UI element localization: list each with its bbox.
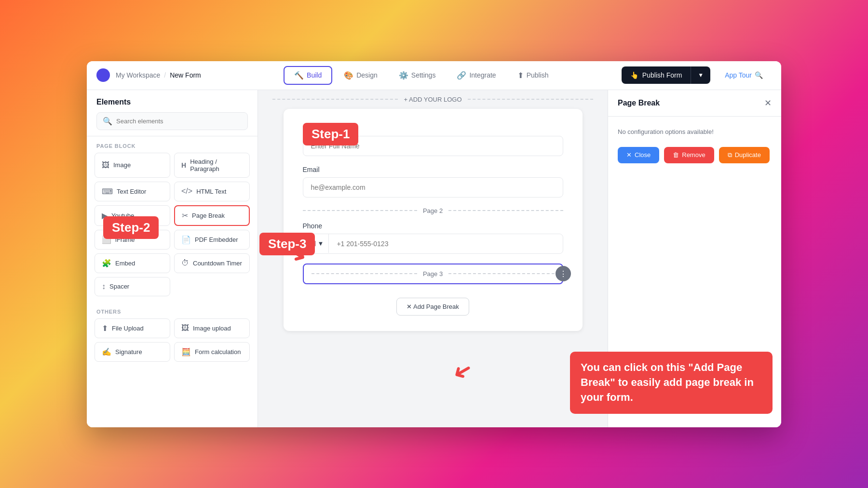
search-icon: 🔍 xyxy=(103,117,112,126)
element-page-break[interactable]: ✂ Page Break xyxy=(174,205,250,226)
file-upload-icon: ⬆ xyxy=(102,324,108,333)
tab-settings[interactable]: ⚙️ Settings xyxy=(389,67,446,84)
search-input[interactable] xyxy=(116,118,242,125)
nav-tabs: 🔨 Build 🎨 Design ⚙️ Settings 🔗 Integrate… xyxy=(220,66,622,85)
signature-icon: ✍ xyxy=(102,347,111,356)
elements-sidebar: Elements 🔍 PAGE BLOCK 🖼 Image H Heading … xyxy=(87,90,258,427)
duplicate-action-icon: ⧉ xyxy=(728,151,732,159)
close-action-icon: ✕ xyxy=(626,151,632,158)
search-icon: 🔍 xyxy=(755,71,763,79)
email-field: Email xyxy=(303,166,563,198)
tab-design[interactable]: 🎨 Design xyxy=(334,67,387,84)
text-editor-icon: ⌨ xyxy=(102,187,113,196)
breadcrumb: My Workspace / New Form xyxy=(116,71,201,79)
integrate-icon: 🔗 xyxy=(457,71,466,80)
phone-label: Phone xyxy=(303,222,563,230)
tab-integrate[interactable]: 🔗 Integrate xyxy=(447,67,505,84)
spacer-icon: ↕ xyxy=(102,282,106,291)
flag-dropdown-arrow: ▼ xyxy=(318,240,324,247)
panel-actions: ✕ Close 🗑 Remove ⧉ Duplicate xyxy=(618,147,772,163)
sidebar-header: Elements 🔍 xyxy=(87,90,258,136)
element-pdf-embedder[interactable]: 📄 PDF Embedder xyxy=(174,230,250,250)
page3-label: Page 3 xyxy=(423,270,443,277)
tooltip-box: You can click on this "Add Page Break" t… xyxy=(570,352,773,413)
tab-build[interactable]: 🔨 Build xyxy=(284,66,332,85)
add-page-break-label: ✕ Add Page Break xyxy=(407,303,459,310)
step1-overlay: Step-1 xyxy=(303,123,358,145)
publish-form-dropdown-arrow[interactable]: ▼ xyxy=(691,67,710,83)
publish-icon: ⬆ xyxy=(517,71,524,80)
nav-right-actions: 👆 Publish Form ▼ App Tour 🔍 xyxy=(622,66,772,84)
page3-options-button[interactable]: ⋮ xyxy=(556,266,571,281)
image-icon: 🖼 xyxy=(102,161,109,170)
calculation-icon: 🧮 xyxy=(181,347,191,356)
email-label: Email xyxy=(303,166,563,173)
app-tour-button[interactable]: App Tour 🔍 xyxy=(716,66,772,84)
design-icon: 🎨 xyxy=(344,71,353,80)
others-elements-grid: ⬆ File Upload 🖼 Image upload ✍ Signature… xyxy=(87,318,258,368)
html-icon: </> xyxy=(181,187,192,196)
search-box: 🔍 xyxy=(96,112,248,130)
duplicate-action-button[interactable]: ⧉ Duplicate xyxy=(719,147,770,163)
phone-input[interactable] xyxy=(329,234,562,253)
phone-field-inner: 🇺🇸 ▼ xyxy=(303,234,563,254)
step2-overlay: Step-2 xyxy=(103,216,159,239)
right-panel-header: Page Break ✕ xyxy=(608,90,781,117)
element-image[interactable]: 🖼 Image xyxy=(95,153,170,178)
element-embed[interactable]: 🧩 Embed xyxy=(95,253,170,273)
publish-form-button[interactable]: 👆 Publish Form ▼ xyxy=(622,66,710,84)
remove-action-icon: 🗑 xyxy=(673,151,679,158)
form-name[interactable]: New Form xyxy=(170,71,201,79)
element-spacer[interactable]: ↕ Spacer xyxy=(95,277,170,296)
sidebar-title: Elements xyxy=(96,98,248,106)
page-break-bar-2: Page 2 xyxy=(303,207,563,214)
page-break-icon: ✂ xyxy=(182,211,188,220)
step2-badge: Step-2 xyxy=(103,216,159,239)
top-navigation: My Workspace / New Form 🔨 Build 🎨 Design… xyxy=(87,61,781,90)
page3-bar-wrapper: Page 3 ⋮ xyxy=(303,264,563,284)
step3-overlay: Step-3 xyxy=(259,233,315,255)
dotted-line-left xyxy=(272,99,398,100)
right-panel-close-button[interactable]: ✕ xyxy=(764,98,772,108)
cursor-icon: 👆 xyxy=(630,71,638,79)
workspace-link[interactable]: My Workspace xyxy=(116,71,160,79)
timer-icon: ⏱ xyxy=(181,259,189,267)
phone-field: Phone 🇺🇸 ▼ xyxy=(303,222,563,254)
heading-icon: H xyxy=(181,161,186,169)
page-break-bar-3: Page 3 xyxy=(303,264,563,284)
email-input[interactable] xyxy=(303,177,563,198)
element-heading[interactable]: H Heading / Paragraph xyxy=(174,153,250,178)
no-config-message: No configuration options available! xyxy=(618,128,772,135)
pdf-icon: 📄 xyxy=(181,235,191,244)
element-form-calculation[interactable]: 🧮 Form calculation xyxy=(174,342,250,362)
section-others: OTHERS xyxy=(87,302,258,318)
element-file-upload[interactable]: ⬆ File Upload xyxy=(95,318,170,338)
tab-publish[interactable]: ⬆ Publish xyxy=(508,67,558,84)
page2-label: Page 2 xyxy=(423,207,443,214)
element-signature[interactable]: ✍ Signature xyxy=(95,342,170,362)
element-countdown-timer[interactable]: ⏱ Countdown Timer xyxy=(174,253,250,273)
add-page-break-button[interactable]: ✕ Add Page Break xyxy=(396,298,469,316)
image-upload-icon: 🖼 xyxy=(181,324,189,332)
section-page-block: PAGE BLOCK xyxy=(87,136,258,153)
element-html-text[interactable]: </> HTML Text xyxy=(174,182,250,201)
dotted-line-right xyxy=(468,99,593,100)
add-logo-button[interactable]: + ADD YOUR LOGO xyxy=(404,96,461,103)
remove-action-button[interactable]: 🗑 Remove xyxy=(664,147,714,163)
close-action-button[interactable]: ✕ Close xyxy=(618,147,659,163)
right-panel-title: Page Break xyxy=(618,99,660,107)
app-logo xyxy=(96,68,110,82)
element-text-editor[interactable]: ⌨ Text Editor xyxy=(95,182,170,201)
settings-icon: ⚙️ xyxy=(399,71,408,80)
step1-badge: Step-1 xyxy=(303,123,358,145)
build-icon: 🔨 xyxy=(294,71,304,80)
embed-icon: 🧩 xyxy=(102,259,111,268)
step3-badge: Step-3 xyxy=(259,233,315,255)
add-logo-area: + ADD YOUR LOGO xyxy=(272,96,593,103)
add-page-break-area: ✕ Add Page Break xyxy=(303,294,563,316)
element-image-upload[interactable]: 🖼 Image upload xyxy=(174,318,250,338)
form-header-bar: + ADD YOUR LOGO xyxy=(258,90,608,109)
